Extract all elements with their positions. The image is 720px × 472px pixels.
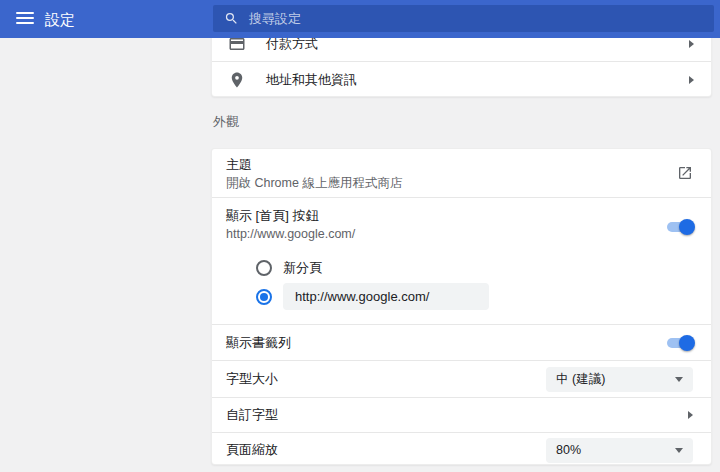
list-item-label: 地址和其他資訊 (266, 71, 689, 89)
row-subtitle: http://www.google.com/ (226, 227, 355, 241)
section-title-appearance: 外觀 (213, 113, 239, 131)
row-subtitle: 開啟 Chrome 線上應用程式商店 (226, 176, 402, 190)
page-title: 設定 (45, 11, 75, 30)
menu-icon[interactable] (16, 12, 34, 26)
settings-toolbar: 設定 搜尋設定 (0, 0, 720, 38)
location-pin-icon (228, 71, 248, 89)
row-title: 主題 (226, 157, 402, 172)
row-title: 自訂字型 (226, 406, 278, 424)
search-placeholder: 搜尋設定 (249, 10, 301, 28)
row-page-zoom: 頁面縮放 80% (212, 432, 711, 467)
home-url-input[interactable] (283, 283, 489, 310)
row-font-size: 字型大小 中 (建議) (212, 360, 711, 397)
radio-icon[interactable] (256, 260, 272, 276)
list-item-addresses[interactable]: 地址和其他資訊 (212, 61, 711, 97)
row-customize-fonts[interactable]: 自訂字型 (212, 397, 711, 432)
font-size-select[interactable]: 中 (建議) (546, 367, 693, 392)
row-title: 頁面縮放 (226, 441, 278, 459)
row-show-bookmarks-bar[interactable]: 顯示書籤列 (212, 324, 711, 360)
row-show-home-button: 顯示 [首頁] 按鈕 http://www.google.com/ 新分頁 (212, 197, 711, 324)
chevron-down-icon (675, 377, 683, 382)
page-zoom-select[interactable]: 80% (546, 438, 693, 463)
external-link-icon[interactable] (677, 165, 693, 181)
search-input[interactable]: 搜尋設定 (213, 5, 714, 32)
row-theme[interactable]: 主題 開啟 Chrome 線上應用程式商店 (212, 149, 711, 197)
radio-option-custom-url[interactable] (256, 283, 693, 310)
search-icon (224, 11, 239, 26)
radio-icon[interactable] (256, 289, 272, 305)
appearance-card: 主題 開啟 Chrome 線上應用程式商店 顯示 [首頁] 按鈕 http://… (211, 148, 712, 465)
select-value: 80% (556, 443, 581, 457)
row-title: 顯示 [首頁] 按鈕 (226, 208, 355, 223)
row-title: 顯示書籤列 (226, 334, 291, 352)
home-button-toggle[interactable] (667, 222, 693, 232)
chevron-right-icon (689, 76, 694, 84)
radio-label: 新分頁 (283, 259, 322, 277)
chevron-right-icon (688, 411, 693, 419)
chevron-right-icon (689, 40, 694, 48)
bookmarks-bar-toggle[interactable] (667, 338, 693, 348)
select-value: 中 (建議) (556, 371, 605, 388)
radio-option-new-tab[interactable]: 新分頁 (256, 254, 693, 282)
chevron-down-icon (675, 448, 683, 453)
row-title: 字型大小 (226, 370, 278, 388)
